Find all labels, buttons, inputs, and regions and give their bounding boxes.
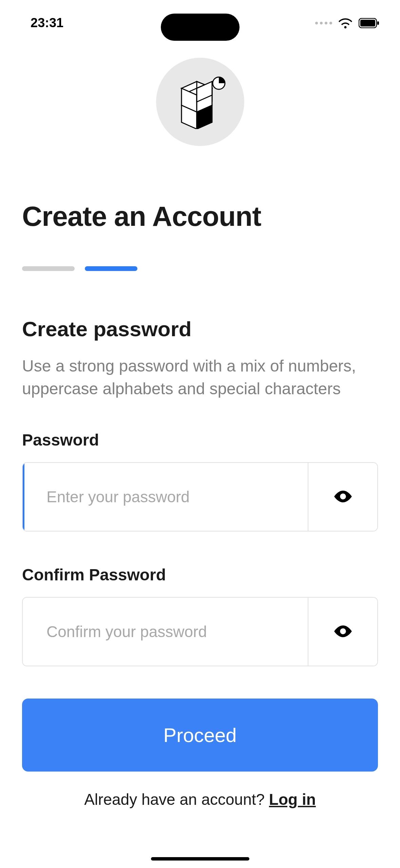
proceed-button[interactable]: Proceed	[22, 699, 378, 772]
home-indicator[interactable]	[151, 857, 249, 861]
confirm-password-visibility-toggle[interactable]	[308, 598, 377, 666]
progress-step-2	[85, 266, 137, 271]
dynamic-island	[161, 14, 240, 41]
password-field-group: Password	[22, 431, 378, 531]
password-input-wrapper	[22, 462, 378, 531]
eye-icon	[334, 490, 352, 504]
confirm-password-input-wrapper	[22, 597, 378, 666]
footer-prompt: Already have an account?	[84, 791, 269, 808]
password-input[interactable]	[23, 463, 308, 531]
svg-rect-1	[360, 20, 375, 26]
page-title: Create an Account	[22, 200, 378, 232]
progress-indicator	[22, 266, 378, 271]
app-logo	[156, 58, 244, 146]
footer-text: Already have an account? Log in	[22, 790, 378, 809]
status-icons	[315, 18, 380, 29]
battery-icon	[359, 18, 380, 28]
password-visibility-toggle[interactable]	[308, 463, 377, 531]
svg-rect-2	[377, 21, 379, 25]
status-time: 23:31	[31, 16, 63, 30]
confirm-password-label: Confirm Password	[22, 565, 378, 584]
confirm-password-input[interactable]	[23, 598, 308, 666]
confirm-password-field-group: Confirm Password	[22, 565, 378, 666]
password-label: Password	[22, 431, 378, 449]
login-link[interactable]: Log in	[269, 791, 316, 808]
logo-container	[0, 58, 400, 146]
wifi-icon	[338, 18, 353, 29]
section-title: Create password	[22, 317, 378, 341]
section-description: Use a strong password with a mix of numb…	[22, 355, 378, 400]
status-bar: 23:31	[0, 0, 400, 41]
cellular-icon	[315, 22, 332, 24]
eye-icon	[334, 625, 352, 638]
progress-step-1	[22, 266, 75, 271]
